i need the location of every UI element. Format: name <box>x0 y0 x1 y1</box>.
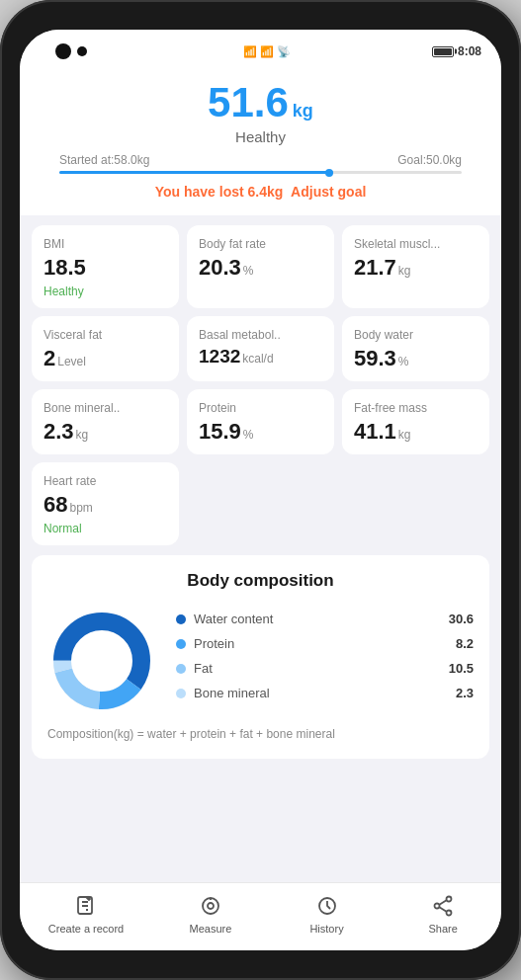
main-content[interactable]: 51.6 kg Healthy Started at:58.0kg Goal:5… <box>20 69 501 882</box>
body-comp-content: Water content 30.6 Protein 8.2 Fat 10.5 … <box>47 607 474 715</box>
metric-label-visceral: Visceral fat <box>43 328 167 342</box>
nav-label-share: Share <box>428 923 457 935</box>
metric-value-row-basal: 1232 kcal/d <box>199 346 322 368</box>
weight-display: 51.6 kg <box>40 79 481 126</box>
metric-value-bmi: 18.5 <box>43 255 86 281</box>
signal2-icon: 📶 <box>260 45 274 58</box>
metric-card-fat_free[interactable]: Fat-free mass 41.1 kg <box>342 389 489 454</box>
second-camera <box>77 46 87 56</box>
metric-card-protein[interactable]: Protein 15.9 % <box>187 389 334 454</box>
legend-item-protein: Protein 8.2 <box>176 636 474 651</box>
nav-icon-history <box>314 893 340 919</box>
metric-unit-protein: % <box>243 428 254 442</box>
metric-value-row-fat_free: 41.1 kg <box>354 419 478 445</box>
wifi-icon: 📡 <box>277 45 291 58</box>
metric-label-body_water: Body water <box>354 328 478 342</box>
progress-track <box>59 171 462 174</box>
phone-screen: 📶 📶 📡 8:08 51.6 kg Healthy <box>20 30 501 950</box>
health-status: Healthy <box>40 128 481 145</box>
svg-point-16 <box>447 911 452 916</box>
legend-dot <box>176 664 186 674</box>
status-time: 8:08 <box>458 44 481 58</box>
metric-value-row-protein: 15.9 % <box>199 419 322 445</box>
metric-card-visceral[interactable]: Visceral fat 2 Level <box>32 316 179 381</box>
nav-item-share[interactable]: Share <box>413 893 473 935</box>
metric-value-body_fat: 20.3 <box>199 255 241 281</box>
metric-value-body_water: 59.3 <box>354 346 396 371</box>
metric-value-fat_free: 41.1 <box>354 419 396 445</box>
main-camera <box>55 43 71 59</box>
weight-unit: kg <box>293 101 313 122</box>
legend-name: Protein <box>194 636 448 651</box>
legend-value: 10.5 <box>449 661 474 676</box>
donut-chart <box>47 607 156 715</box>
svg-point-14 <box>447 897 452 902</box>
metric-label-protein: Protein <box>199 401 322 415</box>
svg-point-5 <box>76 635 128 687</box>
adjust-goal-button[interactable]: Adjust goal <box>291 184 366 200</box>
metric-label-basal: Basal metabol.. <box>199 328 322 342</box>
metric-value-visceral: 2 <box>43 346 55 371</box>
legend-item-water-content: Water content 30.6 <box>176 612 474 626</box>
nav-item-create[interactable]: Create a record <box>48 893 124 935</box>
metric-card-bone[interactable]: Bone mineral.. 2.3 kg <box>32 389 179 454</box>
weight-value: 51.6 <box>208 79 289 126</box>
legend-name: Bone mineral <box>194 686 448 700</box>
comp-formula: Composition(kg) = water + protein + fat … <box>47 725 474 743</box>
legend-dot <box>176 689 186 698</box>
metrics-grid: BMI 18.5 Healthy Body fat rate 20.3 % Sk… <box>20 215 501 555</box>
metric-value-row-body_water: 59.3 % <box>354 346 478 371</box>
metric-label-bone: Bone mineral.. <box>43 401 167 415</box>
legend-value: 2.3 <box>456 686 474 700</box>
metric-label-bmi: BMI <box>43 237 167 251</box>
progress-dot <box>325 169 333 177</box>
metric-status-heart: Normal <box>43 522 167 535</box>
phone-frame: 📶 📶 📡 8:08 51.6 kg Healthy <box>0 0 521 980</box>
metric-value-heart: 68 <box>43 492 67 518</box>
metric-card-skeletal[interactable]: Skeletal muscl... 21.7 kg <box>342 225 489 308</box>
metric-value-row-body_fat: 20.3 % <box>199 255 322 281</box>
metric-unit-body_water: % <box>398 355 409 368</box>
started-label: Started at:58.0kg <box>59 153 149 167</box>
svg-point-10 <box>203 898 218 914</box>
comp-legend: Water content 30.6 Protein 8.2 Fat 10.5 … <box>176 612 474 710</box>
svg-point-15 <box>435 904 440 909</box>
metric-unit-body_fat: % <box>243 264 254 278</box>
metric-value-row-bone: 2.3 kg <box>43 419 167 445</box>
metric-card-body_water[interactable]: Body water 59.3 % <box>342 316 489 381</box>
lost-text: You have lost 6.4kg Adjust goal <box>40 184 481 200</box>
progress-labels: Started at:58.0kg Goal:50.0kg <box>59 153 462 167</box>
camera-area <box>40 40 103 63</box>
metric-card-heart[interactable]: Heart rate 68 bpm Normal <box>32 462 179 545</box>
nav-item-history[interactable]: History <box>298 893 357 935</box>
nav-icon-create <box>73 893 99 919</box>
metric-unit-fat_free: kg <box>398 428 411 442</box>
signal1-icon: 📶 <box>243 45 257 58</box>
legend-name: Fat <box>194 661 441 676</box>
legend-value: 8.2 <box>456 636 474 651</box>
metric-unit-heart: bpm <box>69 501 92 515</box>
body-comp-title: Body composition <box>47 571 474 591</box>
metric-value-row-heart: 68 bpm <box>43 492 167 518</box>
metric-unit-visceral: Level <box>57 355 86 368</box>
nav-item-measure[interactable]: Measure <box>181 893 240 935</box>
legend-dot <box>176 639 186 649</box>
progress-section: Started at:58.0kg Goal:50.0kg <box>40 153 481 174</box>
nav-icon-share <box>430 893 456 919</box>
metric-value-basal: 1232 <box>199 346 240 368</box>
nav-label-measure: Measure <box>189 923 231 935</box>
nav-label-create: Create a record <box>48 923 124 935</box>
nav-label-history: History <box>309 923 343 935</box>
metric-card-bmi[interactable]: BMI 18.5 Healthy <box>32 225 179 308</box>
battery-icon <box>432 46 454 57</box>
time-battery: 8:08 <box>432 44 481 58</box>
legend-item-fat: Fat 10.5 <box>176 661 474 676</box>
metric-value-row-bmi: 18.5 <box>43 255 167 281</box>
legend-dot <box>176 614 186 624</box>
metric-card-basal[interactable]: Basal metabol.. 1232 kcal/d <box>187 316 334 381</box>
metric-label-fat_free: Fat-free mass <box>354 401 478 415</box>
legend-item-bone-mineral: Bone mineral 2.3 <box>176 686 474 700</box>
metric-value-skeletal: 21.7 <box>354 255 396 281</box>
metric-card-body_fat[interactable]: Body fat rate 20.3 % <box>187 225 334 308</box>
legend-value: 30.6 <box>449 612 474 626</box>
